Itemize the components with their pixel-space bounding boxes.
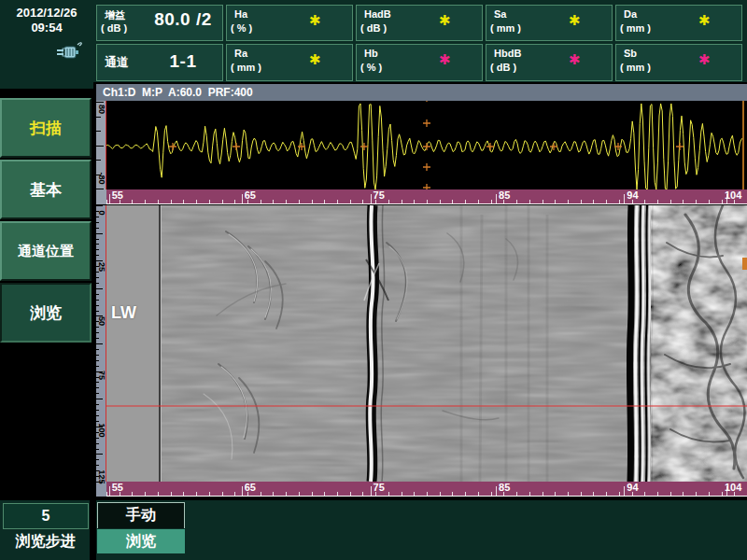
bscan-axis-tick [96, 283, 99, 284]
bscan-axis-tick [96, 222, 99, 223]
measurement-cell-hadb: HadB( dB )✱ [356, 5, 483, 41]
bscan-axis-tick [96, 459, 99, 460]
ruler-minor-tick [362, 200, 363, 203]
bscan-axis-label: 100 [97, 424, 106, 436]
ruler-minor-tick [209, 492, 210, 496]
ascan-axis-tick [96, 117, 101, 118]
ruler-minor-tick [696, 492, 697, 496]
bscan-axis-tick [96, 255, 99, 256]
sidebar-item-scan[interactable]: 扫描 [0, 98, 92, 158]
manual-mode-button[interactable]: 手动 [97, 502, 185, 528]
ruler-major-tick [624, 194, 625, 203]
ruler-tick-label: 94 [627, 482, 638, 493]
ruler-minor-tick [350, 200, 351, 203]
time-text: 09:54 [0, 21, 93, 35]
star-icon: ✱ [439, 12, 451, 29]
ascan-axis-tick [96, 146, 104, 147]
ruler-major-tick [371, 194, 372, 203]
ascan-x-ruler: 5565758594104 [106, 189, 747, 204]
sidebar-item-browse[interactable]: 浏览 [0, 283, 92, 343]
bscan-axis-tick [96, 454, 103, 455]
bscan-axis-tick [96, 244, 99, 245]
measurement-cell-hbdb: HbdB( dB )✱ [486, 44, 613, 81]
footer-divider [90, 500, 96, 560]
ruler-minor-tick [234, 492, 235, 496]
browse-softkey-button[interactable]: 浏览 [97, 529, 185, 553]
ascan-right-gate-line [742, 101, 744, 189]
measurement-label: HadB [364, 8, 391, 20]
ruler-tick-label: 75 [374, 189, 385, 201]
ruler-minor-tick [568, 492, 569, 496]
ruler-minor-tick [171, 492, 172, 496]
channel-value: 1-1 [146, 51, 220, 72]
ruler-tick-label: 65 [245, 189, 256, 201]
bscan-x-ruler: 5565758594104 [106, 482, 747, 497]
ruler-minor-tick [209, 200, 210, 203]
bscan-axis-label: 50 [97, 315, 106, 328]
ruler-tick-label: 104 [725, 482, 741, 493]
bscan-axis-tick [96, 294, 99, 295]
ruler-minor-tick [491, 492, 492, 496]
sidebar-item-basic-label: 基本 [30, 179, 62, 201]
star-icon: ✱ [569, 51, 581, 68]
ruler-tick-label: 104 [725, 189, 741, 201]
ruler-minor-tick [722, 492, 723, 496]
bscan-texture [106, 205, 747, 482]
ruler-minor-tick [337, 200, 338, 203]
ruler-minor-tick [440, 200, 441, 203]
star-icon: ✱ [439, 51, 451, 68]
ruler-minor-tick [644, 492, 645, 496]
star-icon: ✱ [569, 12, 581, 29]
ruler-major-tick [242, 486, 243, 496]
ruler-minor-tick [440, 492, 441, 496]
ruler-major-tick [496, 194, 497, 203]
bscan-axis-tick [96, 311, 99, 312]
ruler-minor-tick [158, 200, 159, 203]
ruler-minor-tick [414, 200, 415, 203]
gain-readout-cell: 增益 ( dB ) 80.0 /2 [96, 5, 223, 41]
ascan-axis-tick [96, 131, 101, 132]
measurement-label: Sb [624, 48, 637, 59]
bscan-axis-tick [96, 415, 99, 416]
ruler-minor-tick [491, 200, 492, 203]
bscan-axis-tick [96, 465, 99, 466]
channel-readout-cell: 通道 1-1 [96, 44, 223, 81]
ruler-minor-tick [402, 200, 402, 203]
ruler-minor-tick [606, 200, 607, 203]
bscan-axis-tick [96, 332, 99, 333]
ruler-minor-tick [183, 492, 184, 496]
measurement-cell-ha: Ha( % )✱ [226, 5, 353, 41]
ruler-tick-label: 85 [499, 189, 510, 201]
bscan-axis-tick [96, 404, 99, 405]
ruler-minor-tick [543, 492, 543, 496]
ruler-minor-tick [196, 200, 197, 203]
date-text: 2012/12/26 [0, 6, 93, 20]
measurement-unit: ( mm ) [231, 62, 261, 73]
bscan-axis-tick [96, 449, 99, 450]
sidebar-item-channel-position[interactable]: 通道位置 [0, 221, 92, 281]
bscan-axis-tick [96, 277, 99, 278]
ruler-minor-tick [158, 492, 159, 496]
ruler-minor-tick [555, 200, 556, 203]
ruler-minor-tick [683, 492, 684, 496]
sidebar-item-basic[interactable]: 基本 [0, 160, 92, 219]
bscan-axis-label: 75 [97, 370, 106, 382]
measurement-label: Ra [234, 48, 247, 59]
ruler-minor-tick [286, 200, 287, 203]
bscan-axis-tick [96, 393, 99, 394]
ruler-tick-label: 85 [499, 482, 510, 493]
bscan-axis-tick [96, 360, 99, 361]
measurement-cell-sa: Sa( mm )✱ [486, 5, 613, 41]
measurement-label: Ha [234, 8, 247, 20]
ruler-minor-tick [234, 200, 235, 203]
browse-step-value-box[interactable]: 5 [3, 503, 89, 529]
ruler-minor-tick [299, 200, 300, 203]
ruler-minor-tick [286, 492, 287, 496]
ruler-minor-tick [132, 200, 133, 203]
bscan-axis-tick [96, 387, 99, 388]
browse-step-value: 5 [42, 508, 50, 525]
ruler-minor-tick [657, 492, 658, 496]
measurement-unit: ( mm ) [620, 22, 651, 34]
bscan-axis-tick [96, 421, 99, 422]
gain-label: 增益 [105, 8, 125, 22]
